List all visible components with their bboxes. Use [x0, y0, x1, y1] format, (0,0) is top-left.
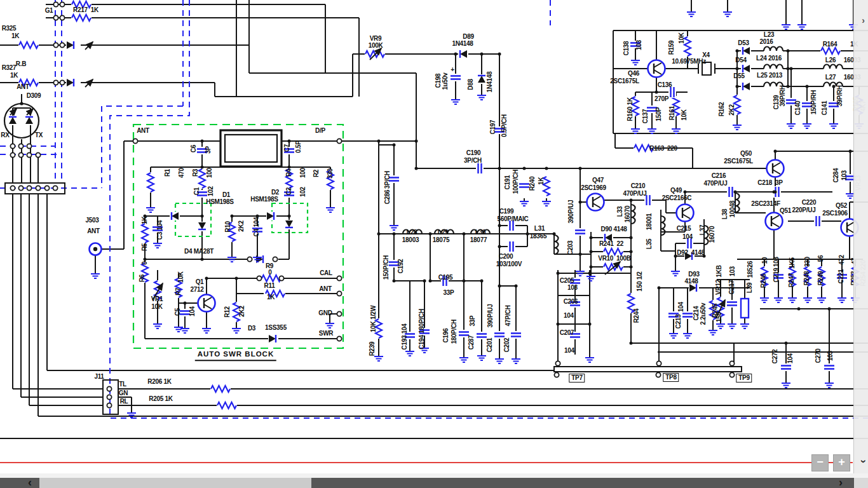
- zoom-in-button[interactable]: +: [833, 454, 850, 471]
- wire-layer: [0, 0, 868, 438]
- coupler-box: [220, 130, 281, 166]
- horizontal-scrollbar-gutter: [0, 473, 868, 478]
- vertical-scrollbar-track[interactable]: [853, 0, 868, 488]
- scroll-left-icon[interactable]: ‹: [28, 476, 32, 488]
- zoom-out-button[interactable]: −: [811, 454, 829, 471]
- tp-rail: [554, 367, 742, 372]
- terminal-layer: [10, 2, 734, 407]
- pot-arrows: [10, 42, 725, 318]
- l39-ferrite: [741, 299, 749, 318]
- scrollbar-corner: [854, 478, 868, 488]
- schematic-canvas: [0, 0, 868, 488]
- page-divider-line: [0, 462, 853, 463]
- scroll-right-icon[interactable]: ›: [839, 476, 843, 488]
- panel-collapse-icon[interactable]: ›: [862, 15, 865, 25]
- shield-route-layer: [0, 0, 868, 418]
- horizontal-scrollbar-thumb[interactable]: [39, 478, 311, 488]
- scroll-down-icon[interactable]: ›: [857, 459, 868, 463]
